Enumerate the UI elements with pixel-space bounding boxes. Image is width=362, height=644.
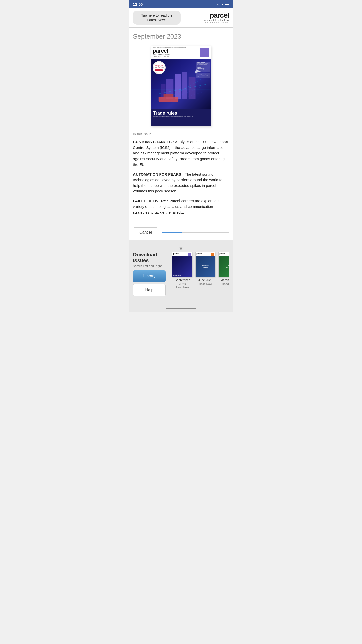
issue-item-title-1: CUSTOMS CHANGES : <box>133 140 175 144</box>
brand-logo: parcel and postal technology INTERNATION… <box>204 12 229 23</box>
mini-jun-body: SHAREDVISION <box>196 256 215 277</box>
expo-badge-dates: October 24, 25 & 26, 2023Amsterdam, Neth… <box>155 67 163 69</box>
cover-bullet-text-1: The latest tech helping carriers to cope… <box>197 63 209 65</box>
issue-item-3: FAILED DELIVERY : Parcel carriers are ex… <box>133 198 229 215</box>
download-subtitle: Scrolls Left and Right <box>133 264 168 268</box>
cover-parcel: parcel <box>153 48 170 53</box>
mini-parcel-jun: parcel <box>196 253 202 255</box>
header: Tap here to read the Latest News parcel … <box>129 8 233 27</box>
cover-brand: parcel and postal technology INTERNATION… <box>153 48 170 57</box>
mini-parcel-mar: parcel <box>219 253 225 255</box>
issue-label: In this issue: <box>133 132 229 136</box>
chevron-down-icon: ▼ <box>133 245 229 252</box>
mini-mar-top: parcel and postal technology <box>219 252 229 256</box>
issue-card-sep2023[interactable]: parcel and postal technology Trade rules… <box>172 252 192 289</box>
cover-purple-accent <box>200 48 209 57</box>
mini-shared-vision: SHAREDVISION <box>202 265 208 268</box>
cover-subheadline: Are complex customs changes hindering cr… <box>153 116 209 117</box>
brand-name: parcel <box>204 12 229 19</box>
issue-name-mar2023: March 2023 <box>218 278 229 282</box>
library-button[interactable]: Library <box>133 270 166 282</box>
mini-orange-accent <box>211 253 214 256</box>
cover-bullet-text-2: How posts are using their in-built logis… <box>197 69 209 72</box>
mini-parcel-sep: parcel <box>173 253 179 255</box>
mini-sep-top: parcel and postal technology <box>172 252 192 256</box>
issue-action-jun2023[interactable]: Read Now <box>195 282 215 285</box>
mini-postal-sep: and postal technology <box>173 255 179 255</box>
cover-intl: INTERNATIONAL <box>153 55 170 57</box>
mini-headline-sep: Trade rules <box>173 274 181 276</box>
home-indicator <box>129 303 233 312</box>
cover-footer: Trade rules Are complex customs changes … <box>151 109 211 118</box>
cover-bullet-text-3: Innovative technological aids and commun… <box>197 75 209 78</box>
issue-name-jun2023: June 2023 <box>195 278 215 282</box>
status-icons <box>216 2 229 6</box>
issue-content: CUSTOMS CHANGES : Analysis of the EU's n… <box>133 139 229 215</box>
issue-item-2: AUTOMATION FOR PEAKS : The latest sortin… <box>133 172 229 194</box>
mini-postal-jun: and postal technology <box>196 255 202 256</box>
issue-card-mar2023[interactable]: parcel and postal technology IN-SETTING … <box>218 252 229 289</box>
issue-cover-jun2023: parcel and postal technology SHAREDVISIO… <box>195 252 215 277</box>
issue-card-jun2023[interactable]: parcel and postal technology SHAREDVISIO… <box>195 252 215 289</box>
issue-cover-sep2023: parcel and postal technology Trade rules <box>172 252 192 277</box>
cover-bullet-3: FAILED DELIVERIES Innovative technologic… <box>196 73 210 78</box>
bottom-bar: Cancel <box>129 224 233 240</box>
download-left: Download Issues Scrolls Left and Right L… <box>133 252 168 296</box>
issue-action-mar2023[interactable]: Read Now <box>218 282 229 285</box>
mini-postal-mar: and postal technology <box>219 255 225 256</box>
signal-icon <box>221 2 224 6</box>
home-bar <box>166 308 196 309</box>
issue-cover-mar2023: parcel and postal technology IN-SETTING <box>218 252 229 277</box>
cover-image-area: PARCEL+POST EXPO October 24, 25 & 26, 20… <box>151 59 211 109</box>
mini-body-sep: Trade rules <box>172 256 192 277</box>
wifi-icon <box>216 2 219 6</box>
cover-postal-tech: and postal technology <box>153 53 170 55</box>
issue-item-1: CUSTOMS CHANGES : Analysis of the EU's n… <box>133 139 229 168</box>
svg-rect-2 <box>182 72 187 99</box>
progress-bar-container <box>162 232 229 233</box>
progress-bar-fill <box>162 232 182 233</box>
download-title: Download Issues <box>133 252 168 263</box>
expo-badge-inner: PARCEL+POST EXPO October 24, 25 & 26, 20… <box>153 62 165 73</box>
status-time: 12:00 <box>133 2 143 6</box>
download-section: ▼ Download Issues Scrolls Left and Right… <box>129 240 233 303</box>
download-header: Download Issues Scrolls Left and Right L… <box>133 252 229 296</box>
cover-headline: Trade rules <box>153 111 209 115</box>
issue-action-sep2023[interactable]: Read Now <box>172 286 192 289</box>
issue-name-sep2023: September 2023 <box>172 278 192 286</box>
issue-item-title-3: FAILED DELIVERY : <box>133 199 169 203</box>
news-button[interactable]: Tap here to read the Latest News <box>133 11 181 25</box>
magazine-cover-container: Online at www.ParcelAndPostalTechnologyI… <box>133 46 229 126</box>
cover-logo-area: parcel and postal technology INTERNATION… <box>153 48 209 57</box>
svg-rect-8 <box>159 97 178 102</box>
mini-mar-body: IN-SETTING <box>219 256 229 277</box>
cover-side-bullets: SORTING SYSTEMS The latest tech helping … <box>196 62 210 79</box>
svg-rect-9 <box>164 94 174 97</box>
section-title: September 2023 <box>133 33 229 41</box>
brand-international: INTERNATIONAL <box>204 22 229 23</box>
cover-bullet-2: BUSINESS DIVERSIFICATION How posts are u… <box>196 66 210 72</box>
expo-badge-cta: Show preview inside! <box>155 69 163 71</box>
svg-rect-3 <box>189 77 196 99</box>
brand-subline: and postal technology <box>204 19 229 22</box>
status-bar: 12:00 <box>129 0 233 8</box>
cover-bullet-1: SORTING SYSTEMS The latest tech helping … <box>196 62 210 66</box>
battery-icon <box>225 2 229 6</box>
main-content: September 2023 Online at www.ParcelAndPo… <box>129 28 233 224</box>
mini-insetting: IN-SETTING <box>226 265 229 268</box>
expo-badge: PARCEL+POST EXPO October 24, 25 & 26, 20… <box>153 61 166 74</box>
help-button[interactable]: Help <box>133 284 166 296</box>
issues-scroll: parcel and postal technology Trade rules… <box>172 252 229 291</box>
magazine-cover[interactable]: Online at www.ParcelAndPostalTechnologyI… <box>151 46 211 126</box>
issue-item-title-2: AUTOMATION FOR PEAKS : <box>133 172 185 176</box>
cover-date: September 2023 <box>153 57 209 59</box>
mini-jun-top: parcel and postal technology <box>196 252 215 256</box>
cover-top-bar: Online at www.ParcelAndPostalTechnologyI… <box>151 46 211 59</box>
cancel-button[interactable]: Cancel <box>133 227 158 237</box>
